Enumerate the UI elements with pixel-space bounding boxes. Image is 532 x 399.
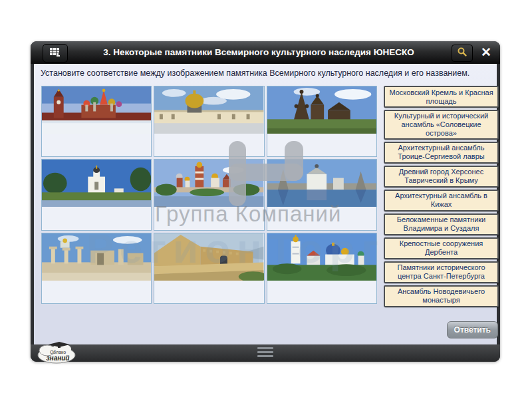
answer-list: Московский Кремль и Красная площадь Куль…	[384, 86, 499, 307]
drag-handle-icon[interactable]	[257, 347, 273, 357]
solovetsky-monastery-photo	[267, 160, 376, 207]
moscow-kremlin-red-square-photo	[42, 86, 151, 134]
grid-cell	[267, 233, 377, 304]
chersonesus-ruins-photo	[42, 233, 151, 281]
drop-slot[interactable]	[154, 281, 263, 303]
church-intercession-on-nerl-photo	[42, 160, 151, 207]
logo-line2: знаний	[47, 354, 70, 362]
bottom-bar: Облако знаний	[31, 344, 500, 362]
drop-slot[interactable]	[267, 207, 376, 229]
answer-option[interactable]: Памятники исторического центра Санкт-Пет…	[384, 261, 499, 283]
menu-button[interactable]	[43, 44, 68, 63]
oblako-znaniy-logo: Облако знаний	[34, 338, 79, 364]
drop-slot[interactable]	[267, 281, 376, 303]
novodevichy-convent-photo	[154, 160, 263, 207]
grid-icon	[49, 47, 61, 60]
kizhi-wooden-churches-photo	[267, 86, 376, 134]
titlebar: 3. Некоторые памятники Всемирного культу…	[31, 41, 500, 64]
close-icon[interactable]: ✕	[475, 43, 497, 62]
trinity-lavra-sergiev-posad-photo	[267, 233, 376, 281]
drop-slot[interactable]	[42, 207, 151, 229]
task-area: Установите соответствие между изображени…	[34, 64, 497, 344]
grid-cell	[267, 159, 377, 230]
answer-option[interactable]: Крепостные сооружения Дербента	[384, 237, 499, 259]
drop-slot[interactable]	[154, 134, 263, 156]
grid-cell	[41, 233, 152, 304]
magnifier-icon	[457, 47, 467, 60]
derbent-fortress-photo	[154, 233, 263, 281]
logo-line1: Облако	[50, 350, 66, 354]
drop-slot[interactable]	[42, 281, 151, 303]
app-window: 3. Некоторые памятники Всемирного культу…	[31, 41, 500, 362]
grid-cell	[41, 159, 152, 230]
saint-petersburg-st-isaacs-photo	[154, 86, 263, 134]
image-grid	[41, 86, 377, 304]
drop-slot[interactable]	[267, 134, 376, 156]
grid-cell	[154, 233, 264, 304]
drop-slot[interactable]	[154, 207, 263, 229]
answer-option[interactable]: Белокаменные памятники Владимира и Сузда…	[384, 213, 499, 235]
grid-cell	[154, 86, 264, 157]
grid-cell	[267, 86, 377, 157]
answer-option[interactable]: Древний город Херсонес Таврический в Кры…	[384, 166, 499, 188]
answer-option[interactable]: Культурный и исторический ансамбль «Соло…	[384, 110, 499, 140]
search-button[interactable]	[452, 45, 473, 62]
page-title: 3. Некоторые памятники Всемирного культу…	[70, 41, 447, 64]
answer-option[interactable]: Ансамбль Новодевичьего монастыря	[384, 285, 499, 307]
question-text: Установите соответствие между изображени…	[41, 68, 491, 78]
grid-cell	[154, 159, 264, 230]
grid-cell	[41, 86, 152, 157]
submit-button[interactable]: Ответить	[447, 321, 498, 338]
answer-option[interactable]: Архитектурный ансамбль Троице-Сергиевой …	[384, 142, 499, 164]
drop-slot[interactable]	[42, 134, 151, 156]
answer-option[interactable]: Архитектурный ансамбль в Кижах	[384, 190, 499, 211]
answer-option[interactable]: Московский Кремль и Красная площадь	[384, 86, 499, 108]
